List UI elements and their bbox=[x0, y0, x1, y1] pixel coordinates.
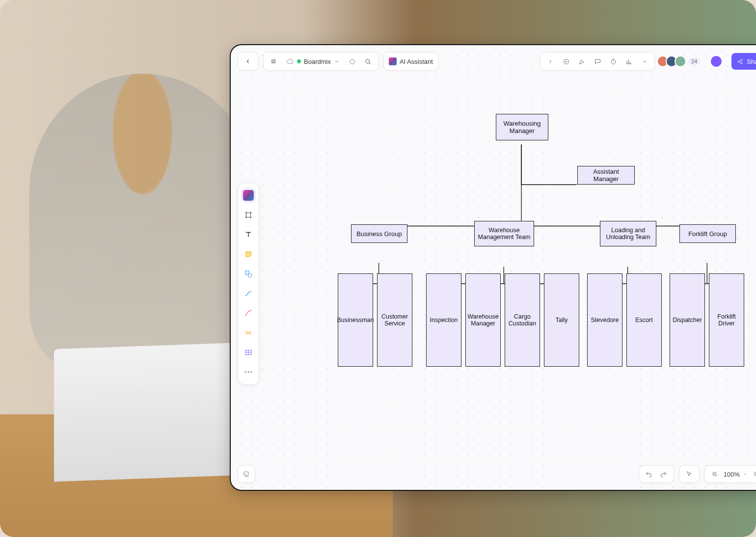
node-forklift-group[interactable]: Forklift Group bbox=[679, 224, 736, 243]
share-button[interactable]: Share bbox=[731, 53, 756, 70]
svg-point-6 bbox=[245, 372, 246, 373]
node-label: Forklift Driver bbox=[712, 313, 741, 327]
top-toolbar: Boardmix AI Assistant bbox=[238, 51, 756, 72]
highlight-tool[interactable] bbox=[241, 325, 256, 340]
participant-count: 24 bbox=[688, 57, 700, 65]
sync-status-dot bbox=[297, 59, 301, 63]
node-label: Loading and Unloading Team bbox=[603, 227, 653, 241]
more-tools[interactable] bbox=[241, 365, 256, 379]
node-stevedore[interactable]: Stevedore bbox=[587, 273, 622, 367]
chevron-down-icon bbox=[743, 472, 748, 477]
zoom-level[interactable]: 100% bbox=[724, 471, 740, 478]
chart-icon bbox=[625, 58, 633, 65]
node-label: Warehouse Management Team bbox=[478, 227, 531, 241]
org-chart[interactable]: Warehousing Manager Assistant Manager Bu… bbox=[304, 114, 756, 431]
node-cargo-custodian[interactable]: Cargo Custodian bbox=[505, 273, 540, 367]
avatar bbox=[675, 55, 686, 67]
table-tool[interactable] bbox=[241, 345, 256, 360]
node-customer-service[interactable]: Customer Service bbox=[377, 273, 412, 367]
pen-tool[interactable] bbox=[241, 306, 256, 321]
current-user-avatar[interactable] bbox=[710, 55, 723, 68]
doc-name-label: Boardmix bbox=[304, 58, 331, 65]
doc-group: Boardmix bbox=[263, 52, 378, 71]
node-label: Business Group bbox=[356, 230, 402, 238]
node-warehouse-mgmt-team[interactable]: Warehouse Management Team bbox=[474, 221, 534, 246]
svg-point-7 bbox=[248, 372, 249, 373]
ai-logo-icon bbox=[389, 57, 397, 65]
text-tool[interactable] bbox=[241, 227, 256, 242]
timer-button[interactable] bbox=[606, 54, 620, 68]
chart-button[interactable] bbox=[622, 54, 636, 68]
tool-rail bbox=[238, 183, 259, 385]
participant-avatars[interactable]: 24 bbox=[660, 55, 700, 67]
node-forklift-driver[interactable]: Forklift Driver bbox=[709, 273, 744, 367]
node-loading-unloading-team[interactable]: Loading and Unloading Team bbox=[600, 221, 656, 246]
minimap-button[interactable] bbox=[238, 465, 255, 483]
node-escort[interactable]: Escort bbox=[626, 273, 662, 367]
chart-connectors bbox=[304, 114, 756, 431]
node-inspection[interactable]: Inspection bbox=[426, 273, 461, 367]
node-label: Tally bbox=[555, 317, 567, 323]
pointer-button[interactable] bbox=[683, 468, 695, 480]
node-label: Businessman bbox=[337, 317, 374, 323]
node-dispatcher[interactable]: Dispatcher bbox=[670, 273, 705, 367]
chevron-down-icon bbox=[334, 58, 340, 64]
undo-icon bbox=[645, 471, 652, 478]
node-label: Inspection bbox=[430, 317, 458, 323]
back-button[interactable] bbox=[241, 54, 255, 68]
sticky-note-icon bbox=[244, 250, 253, 259]
svg-point-4 bbox=[248, 273, 252, 277]
node-assistant-manager[interactable]: Assistant Manager bbox=[577, 166, 635, 185]
text-icon bbox=[244, 230, 253, 239]
confetti-icon bbox=[578, 58, 586, 65]
celebrate-button[interactable] bbox=[575, 54, 589, 68]
zoom-in-button[interactable] bbox=[751, 468, 756, 480]
svg-rect-9 bbox=[244, 472, 248, 475]
layers-icon bbox=[243, 470, 250, 478]
chevron-left-icon bbox=[244, 58, 251, 65]
timer-icon bbox=[610, 58, 617, 65]
node-label: Assistant Manager bbox=[581, 168, 631, 183]
frame-icon bbox=[244, 211, 253, 219]
svg-rect-3 bbox=[245, 271, 249, 274]
dots-icon bbox=[244, 371, 252, 373]
play-circle-icon bbox=[563, 58, 570, 65]
templates-tool[interactable] bbox=[241, 188, 256, 203]
comment-button[interactable] bbox=[591, 54, 604, 68]
zoom-out-button[interactable] bbox=[709, 468, 721, 480]
chevron-down-icon bbox=[642, 58, 648, 64]
undo-button[interactable] bbox=[643, 468, 655, 480]
frame-tool[interactable] bbox=[241, 208, 256, 222]
actions-group bbox=[540, 52, 655, 71]
redo-icon bbox=[660, 471, 667, 478]
sticky-note-tool[interactable] bbox=[241, 247, 256, 262]
expand-button[interactable] bbox=[543, 54, 557, 68]
node-warehouse-manager[interactable]: Warehouse Manager bbox=[465, 273, 501, 367]
menu-button[interactable] bbox=[267, 54, 280, 68]
connector-tool[interactable] bbox=[241, 286, 256, 301]
node-tally[interactable]: Tally bbox=[544, 273, 579, 367]
shape-tool[interactable] bbox=[241, 267, 256, 281]
hamburger-icon bbox=[270, 58, 277, 65]
zoom-group: 100% bbox=[704, 465, 756, 483]
redo-button[interactable] bbox=[658, 468, 670, 480]
present-button[interactable] bbox=[559, 54, 573, 68]
svg-point-8 bbox=[251, 372, 252, 373]
highlight-icon bbox=[244, 328, 253, 337]
search-icon bbox=[364, 58, 372, 65]
search-button[interactable] bbox=[361, 54, 375, 68]
share-label: Share bbox=[747, 58, 756, 65]
node-label: Forklift Group bbox=[688, 230, 727, 238]
more-actions-button[interactable] bbox=[638, 54, 651, 68]
node-label: Escort bbox=[635, 317, 652, 323]
node-businessman[interactable]: Businessman bbox=[338, 273, 373, 367]
tag-button[interactable] bbox=[346, 54, 359, 68]
doc-title[interactable]: Boardmix bbox=[282, 57, 344, 65]
app-window: Boardmix AI Assistant bbox=[230, 44, 756, 491]
node-warehousing-manager[interactable]: Warehousing Manager bbox=[496, 114, 548, 140]
ai-assistant-button[interactable]: AI Assistant bbox=[383, 52, 438, 71]
node-label: Cargo Custodian bbox=[508, 313, 537, 327]
view-controls: 100% bbox=[639, 465, 756, 483]
node-business-group[interactable]: Business Group bbox=[351, 224, 407, 243]
svg-point-0 bbox=[366, 59, 370, 63]
